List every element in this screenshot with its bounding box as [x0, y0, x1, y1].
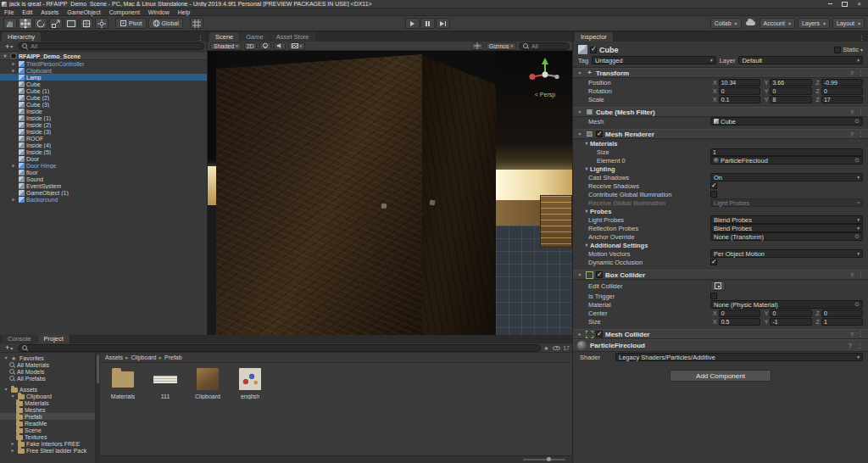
tree-item-assets[interactable]: Assets	[0, 386, 95, 393]
breadcrumb-prefab[interactable]: Prefab	[157, 354, 182, 361]
cloud-icon[interactable]	[746, 21, 755, 25]
package-visibility-icon[interactable]	[553, 346, 560, 350]
hierarchy-item[interactable]: ROOF	[0, 135, 207, 142]
hierarchy-item[interactable]: Inside (1)	[0, 114, 207, 121]
add-component-button[interactable]: Add Component	[670, 370, 771, 382]
transform-tool-icon[interactable]	[80, 18, 93, 29]
shader-dropdown[interactable]: Legacy Shaders/Particles/Additive	[615, 353, 863, 361]
help-ic0n[interactable]	[849, 131, 854, 137]
asset-111[interactable]: 111	[147, 366, 183, 399]
foldout-arrow[interactable]	[10, 68, 17, 73]
rotation-y-field[interactable]: 0	[770, 87, 811, 95]
element0-object-field[interactable]: ParticleFirecloud	[710, 156, 863, 165]
foldout-arrow[interactable]	[3, 355, 9, 360]
project-search-input[interactable]	[31, 345, 537, 351]
foldout-arrow[interactable]	[10, 197, 17, 202]
custom-tool-icon[interactable]	[95, 18, 108, 29]
size-x-field[interactable]: 0.5	[719, 318, 760, 326]
hierarchy-item[interactable]: GameObject (1)	[0, 189, 207, 196]
layout-dropdown[interactable]: Layout	[832, 18, 865, 29]
scale-tool-icon[interactable]	[49, 18, 63, 29]
hierarchy-item-scene[interactable]: RFAIPP_Demo_Scene	[0, 53, 207, 60]
scene-search-input[interactable]	[531, 43, 565, 49]
help-icon[interactable]	[849, 272, 854, 278]
foldout-arrow[interactable]	[2, 53, 8, 59]
hierarchy-item[interactable]: ThirdPersonController	[0, 60, 207, 67]
physic-material-field[interactable]: None (Physic Material)	[710, 300, 863, 309]
favorites-header[interactable]: Favorites	[0, 354, 95, 361]
foldout-arrow[interactable]	[576, 332, 583, 337]
scene-viewport[interactable]: < Persp	[208, 51, 572, 335]
contribute-gi-checkbox[interactable]	[710, 191, 717, 198]
rotation-z-field[interactable]: 0	[821, 87, 863, 95]
component-menu-icon[interactable]	[856, 343, 864, 349]
scale-z-field[interactable]: 17	[821, 96, 863, 103]
grid-snap-icon[interactable]	[190, 18, 203, 29]
menu-gameobject[interactable]: GameObject	[63, 8, 104, 15]
additional-settings-foldout[interactable]: Additional Settings	[573, 241, 868, 249]
foldout-arrow[interactable]	[583, 243, 590, 248]
foldout-arrow[interactable]	[576, 109, 583, 114]
shading-mode-dropdown[interactable]: Shaded	[210, 42, 242, 50]
pivot-toggle[interactable]: Pivot	[115, 18, 147, 29]
favorites-all-prefabs[interactable]: All Prefabs	[0, 375, 95, 382]
materials-foldout[interactable]: Materials	[573, 139, 868, 148]
center-y-field[interactable]: 0	[770, 310, 811, 317]
component-menu-icon[interactable]	[857, 331, 865, 337]
breadcrumb-assets[interactable]: Assets	[105, 354, 123, 360]
size-z-field[interactable]: 1	[821, 318, 863, 326]
tab-game[interactable]: Game	[240, 32, 269, 42]
tab-scene[interactable]: Scene	[209, 32, 239, 42]
foldout-arrow[interactable]	[576, 131, 583, 137]
material-header[interactable]: ParticleFirecloud	[573, 339, 868, 352]
mesh-renderer-enabled-checkbox[interactable]	[596, 131, 603, 137]
size-y-field[interactable]: -1	[770, 318, 811, 326]
account-dropdown[interactable]: Account	[760, 18, 795, 29]
hierarchy-item[interactable]: Door Hinge	[0, 162, 207, 169]
menu-edit[interactable]: Edit	[18, 8, 36, 15]
mesh-object-field[interactable]: Cube	[710, 117, 863, 126]
hierarchy-item[interactable]: Inside (3)	[0, 128, 207, 135]
hierarchy-item[interactable]: Background	[0, 196, 207, 203]
hierarchy-search[interactable]	[18, 42, 204, 50]
foldout-arrow[interactable]	[9, 448, 16, 453]
foldout-arrow[interactable]	[3, 387, 9, 392]
hierarchy-item[interactable]: Cube	[0, 81, 207, 87]
light-gizmo-icon[interactable]	[430, 200, 436, 206]
scene-orientation-gizmo[interactable]: < Persp	[526, 56, 564, 100]
project-search[interactable]	[18, 344, 541, 352]
materials-size-field[interactable]: 1	[710, 148, 863, 156]
foldout-arrow[interactable]	[10, 163, 17, 168]
mesh-renderer-header[interactable]: Mesh Renderer	[573, 129, 868, 139]
foldout-arrow[interactable]	[583, 141, 590, 146]
hierarchy-item[interactable]: Cube (1)	[0, 87, 207, 94]
foldout-arrow[interactable]	[9, 441, 16, 446]
tab-inspector[interactable]: Inspector	[575, 32, 613, 42]
tab-console[interactable]: Console	[2, 334, 37, 343]
tab-hierarchy[interactable]: Hierarchy	[2, 32, 41, 42]
cast-shadows-dropdown[interactable]: On	[710, 173, 863, 181]
move-tool-icon[interactable]	[19, 18, 32, 29]
center-z-field[interactable]: 0	[821, 310, 863, 317]
2d-toggle[interactable]: 2D	[244, 42, 257, 50]
foldout-arrow[interactable]	[10, 61, 17, 66]
tree-item-readme[interactable]: ReadMe	[0, 420, 95, 427]
is-trigger-checkbox[interactable]	[710, 293, 717, 299]
box-collider-enabled-checkbox[interactable]	[596, 271, 603, 278]
tree-item-textures[interactable]: Textures	[0, 433, 95, 440]
menu-help[interactable]: Help	[174, 8, 194, 15]
edit-collider-button[interactable]	[710, 281, 726, 291]
favorites-all-materials[interactable]: All Materials	[0, 361, 95, 368]
close-button[interactable]	[852, 0, 866, 8]
tree-item-scene[interactable]: Scene	[0, 427, 95, 433]
center-x-field[interactable]: 0	[719, 310, 760, 317]
position-y-field[interactable]: 3.66	[770, 79, 811, 86]
hierarchy-item[interactable]: Sound	[0, 176, 207, 182]
lighting-foldout[interactable]: Lighting	[573, 165, 868, 173]
receive-shadows-checkbox[interactable]	[710, 182, 717, 189]
menu-window[interactable]: Window	[144, 8, 174, 15]
breadcrumb-clipboard[interactable]: Clipboard	[123, 354, 156, 361]
tree-item-meshes[interactable]: Meshes	[0, 406, 95, 413]
component-menu-icon[interactable]	[857, 109, 865, 115]
lighting-toggle-icon[interactable]	[259, 42, 271, 50]
